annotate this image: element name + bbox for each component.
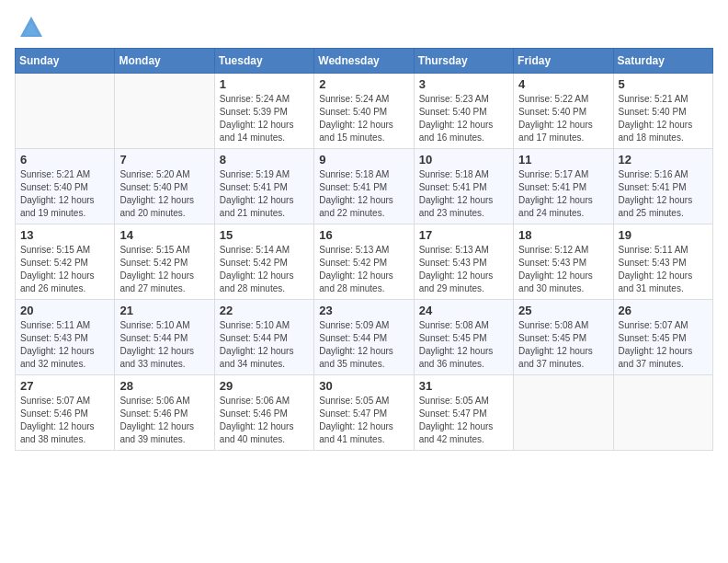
day-number: 22 [220, 304, 309, 317]
day-info: Sunrise: 5:11 AM Sunset: 5:43 PM Dayligh… [20, 319, 109, 371]
day-info: Sunrise: 5:13 AM Sunset: 5:42 PM Dayligh… [319, 244, 408, 295]
day-number: 2 [319, 77, 408, 91]
day-info: Sunrise: 5:21 AM Sunset: 5:40 PM Dayligh… [20, 168, 109, 220]
calendar-cell: 18Sunrise: 5:12 AM Sunset: 5:43 PM Dayli… [514, 224, 613, 300]
calendar-cell [514, 375, 613, 451]
day-number: 23 [319, 304, 408, 317]
calendar-cell: 12Sunrise: 5:16 AM Sunset: 5:41 PM Dayli… [613, 149, 712, 224]
calendar-cell: 3Sunrise: 5:23 AM Sunset: 5:40 PM Daylig… [414, 74, 513, 149]
day-info: Sunrise: 5:12 AM Sunset: 5:43 PM Dayligh… [518, 244, 608, 295]
day-info: Sunrise: 5:14 AM Sunset: 5:42 PM Dayligh… [220, 244, 309, 295]
calendar-cell: 2Sunrise: 5:24 AM Sunset: 5:40 PM Daylig… [314, 74, 414, 149]
calendar-cell: 19Sunrise: 5:11 AM Sunset: 5:43 PM Dayli… [613, 224, 712, 300]
day-header-saturday: Saturday [613, 49, 712, 74]
day-info: Sunrise: 5:17 AM Sunset: 5:41 PM Dayligh… [518, 168, 608, 220]
calendar-cell: 26Sunrise: 5:07 AM Sunset: 5:45 PM Dayli… [613, 300, 712, 375]
day-number: 27 [20, 379, 109, 393]
calendar-cell: 14Sunrise: 5:15 AM Sunset: 5:42 PM Dayli… [115, 224, 214, 300]
calendar-cell: 10Sunrise: 5:18 AM Sunset: 5:41 PM Dayli… [414, 149, 513, 224]
logo [15, 15, 44, 40]
day-number: 19 [619, 228, 708, 242]
day-number: 16 [319, 228, 408, 242]
calendar-cell: 23Sunrise: 5:09 AM Sunset: 5:44 PM Dayli… [314, 300, 414, 375]
day-info: Sunrise: 5:08 AM Sunset: 5:45 PM Dayligh… [518, 319, 608, 371]
day-number: 18 [518, 228, 608, 242]
day-info: Sunrise: 5:21 AM Sunset: 5:40 PM Dayligh… [619, 93, 708, 144]
day-info: Sunrise: 5:18 AM Sunset: 5:41 PM Dayligh… [419, 168, 508, 220]
calendar-cell [115, 74, 214, 149]
calendar-cell [16, 74, 115, 149]
day-info: Sunrise: 5:06 AM Sunset: 5:46 PM Dayligh… [119, 395, 209, 446]
day-number: 20 [20, 304, 109, 317]
day-header-sunday: Sunday [16, 49, 115, 74]
logo-icon [18, 15, 44, 40]
calendar-cell: 29Sunrise: 5:06 AM Sunset: 5:46 PM Dayli… [214, 375, 313, 451]
week-row-5: 27Sunrise: 5:07 AM Sunset: 5:46 PM Dayli… [16, 375, 713, 451]
calendar-cell: 13Sunrise: 5:15 AM Sunset: 5:42 PM Dayli… [16, 224, 115, 300]
calendar-body: 1Sunrise: 5:24 AM Sunset: 5:39 PM Daylig… [16, 74, 713, 451]
calendar-cell: 15Sunrise: 5:14 AM Sunset: 5:42 PM Dayli… [214, 224, 313, 300]
calendar-cell: 30Sunrise: 5:05 AM Sunset: 5:47 PM Dayli… [314, 375, 414, 451]
day-number: 10 [419, 153, 508, 167]
day-number: 24 [419, 304, 508, 317]
day-number: 21 [119, 304, 209, 317]
day-info: Sunrise: 5:08 AM Sunset: 5:45 PM Dayligh… [419, 319, 508, 371]
calendar-cell: 22Sunrise: 5:10 AM Sunset: 5:44 PM Dayli… [214, 300, 313, 375]
day-number: 31 [419, 379, 508, 393]
day-info: Sunrise: 5:05 AM Sunset: 5:47 PM Dayligh… [419, 395, 508, 446]
day-number: 4 [518, 77, 608, 91]
week-row-1: 1Sunrise: 5:24 AM Sunset: 5:39 PM Daylig… [16, 74, 713, 149]
day-number: 3 [419, 77, 508, 91]
day-number: 17 [419, 228, 508, 242]
day-info: Sunrise: 5:24 AM Sunset: 5:39 PM Dayligh… [220, 93, 309, 144]
calendar-cell: 21Sunrise: 5:10 AM Sunset: 5:44 PM Dayli… [115, 300, 214, 375]
day-number: 25 [518, 304, 608, 317]
calendar-cell: 24Sunrise: 5:08 AM Sunset: 5:45 PM Dayli… [414, 300, 513, 375]
header-row: SundayMondayTuesdayWednesdayThursdayFrid… [16, 49, 713, 74]
day-number: 8 [220, 153, 309, 167]
calendar-cell: 25Sunrise: 5:08 AM Sunset: 5:45 PM Dayli… [514, 300, 613, 375]
day-number: 12 [619, 153, 708, 167]
week-row-2: 6Sunrise: 5:21 AM Sunset: 5:40 PM Daylig… [16, 149, 713, 224]
day-number: 29 [220, 379, 309, 393]
day-info: Sunrise: 5:11 AM Sunset: 5:43 PM Dayligh… [619, 244, 708, 295]
calendar-cell: 20Sunrise: 5:11 AM Sunset: 5:43 PM Dayli… [16, 300, 115, 375]
day-info: Sunrise: 5:19 AM Sunset: 5:41 PM Dayligh… [220, 168, 309, 220]
day-info: Sunrise: 5:09 AM Sunset: 5:44 PM Dayligh… [319, 319, 408, 371]
calendar-cell: 7Sunrise: 5:20 AM Sunset: 5:40 PM Daylig… [115, 149, 214, 224]
day-info: Sunrise: 5:05 AM Sunset: 5:47 PM Dayligh… [319, 395, 408, 446]
day-number: 9 [319, 153, 408, 167]
calendar-cell: 11Sunrise: 5:17 AM Sunset: 5:41 PM Dayli… [514, 149, 613, 224]
week-row-3: 13Sunrise: 5:15 AM Sunset: 5:42 PM Dayli… [16, 224, 713, 300]
calendar-cell: 4Sunrise: 5:22 AM Sunset: 5:40 PM Daylig… [514, 74, 613, 149]
day-info: Sunrise: 5:22 AM Sunset: 5:40 PM Dayligh… [518, 93, 608, 144]
day-info: Sunrise: 5:15 AM Sunset: 5:42 PM Dayligh… [20, 244, 109, 295]
day-info: Sunrise: 5:15 AM Sunset: 5:42 PM Dayligh… [119, 244, 209, 295]
calendar-cell: 5Sunrise: 5:21 AM Sunset: 5:40 PM Daylig… [613, 74, 712, 149]
day-number: 6 [20, 153, 109, 167]
day-info: Sunrise: 5:07 AM Sunset: 5:45 PM Dayligh… [619, 319, 708, 371]
week-row-4: 20Sunrise: 5:11 AM Sunset: 5:43 PM Dayli… [16, 300, 713, 375]
day-info: Sunrise: 5:06 AM Sunset: 5:46 PM Dayligh… [220, 395, 309, 446]
calendar-cell: 27Sunrise: 5:07 AM Sunset: 5:46 PM Dayli… [16, 375, 115, 451]
day-info: Sunrise: 5:13 AM Sunset: 5:43 PM Dayligh… [419, 244, 508, 295]
day-number: 7 [119, 153, 209, 167]
calendar-header: SundayMondayTuesdayWednesdayThursdayFrid… [16, 49, 713, 74]
day-number: 5 [619, 77, 708, 91]
day-number: 14 [119, 228, 209, 242]
day-info: Sunrise: 5:23 AM Sunset: 5:40 PM Dayligh… [419, 93, 508, 144]
calendar-cell: 6Sunrise: 5:21 AM Sunset: 5:40 PM Daylig… [16, 149, 115, 224]
day-number: 13 [20, 228, 109, 242]
day-header-tuesday: Tuesday [214, 49, 313, 74]
calendar-cell: 17Sunrise: 5:13 AM Sunset: 5:43 PM Dayli… [414, 224, 513, 300]
day-header-thursday: Thursday [414, 49, 513, 74]
day-info: Sunrise: 5:07 AM Sunset: 5:46 PM Dayligh… [20, 395, 109, 446]
day-header-friday: Friday [514, 49, 613, 74]
day-number: 1 [220, 77, 309, 91]
day-number: 30 [319, 379, 408, 393]
day-number: 11 [518, 153, 608, 167]
day-info: Sunrise: 5:18 AM Sunset: 5:41 PM Dayligh… [319, 168, 408, 220]
day-info: Sunrise: 5:10 AM Sunset: 5:44 PM Dayligh… [119, 319, 209, 371]
calendar-cell: 9Sunrise: 5:18 AM Sunset: 5:41 PM Daylig… [314, 149, 414, 224]
calendar-table: SundayMondayTuesdayWednesdayThursdayFrid… [15, 48, 713, 451]
